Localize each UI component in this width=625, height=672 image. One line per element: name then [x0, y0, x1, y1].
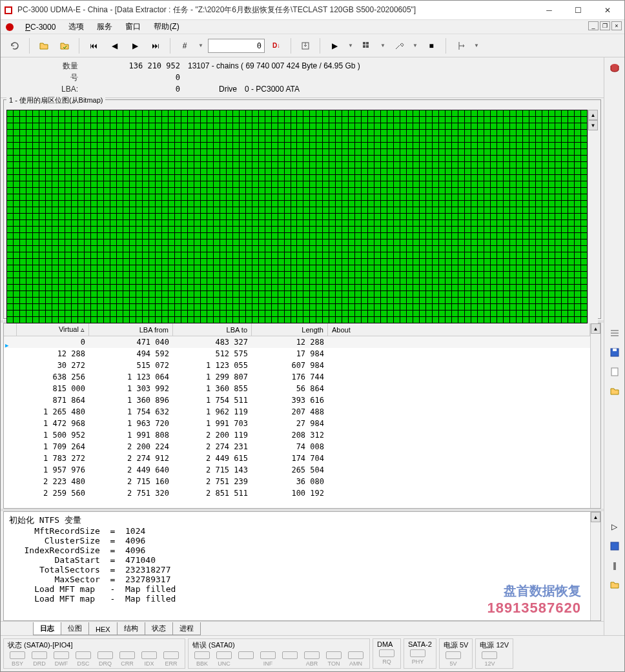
bitmap-cell[interactable]: [272, 272, 278, 278]
bitmap-cell[interactable]: [136, 175, 142, 181]
bitmap-cell[interactable]: [26, 162, 32, 168]
bitmap-cell[interactable]: [529, 207, 535, 213]
bitmap-cell[interactable]: [59, 317, 65, 323]
bitmap-cell[interactable]: [272, 110, 278, 116]
bitmap-cell[interactable]: [227, 291, 232, 297]
bitmap-cell[interactable]: [413, 117, 419, 123]
bitmap-cell[interactable]: [123, 168, 129, 174]
bitmap-cell[interactable]: [568, 311, 574, 316]
bitmap-cell[interactable]: [26, 220, 32, 226]
bitmap-cell[interactable]: [491, 252, 497, 258]
bitmap-cell[interactable]: [297, 227, 303, 232]
bitmap-cell[interactable]: [542, 214, 548, 219]
bitmap-cell[interactable]: [233, 227, 239, 232]
bitmap-cell[interactable]: [542, 136, 548, 142]
bitmap-cell[interactable]: [14, 246, 19, 252]
bitmap-cell[interactable]: [123, 214, 129, 219]
bitmap-cell[interactable]: [374, 175, 380, 181]
bitmap-cell[interactable]: [529, 239, 535, 245]
bitmap-cell[interactable]: [39, 227, 45, 232]
bitmap-cell[interactable]: [104, 285, 110, 290]
bitmap-cell[interactable]: [78, 181, 84, 187]
bitmap-cell[interactable]: [181, 156, 187, 161]
bitmap-cell[interactable]: [169, 214, 174, 219]
bitmap-cell[interactable]: [285, 304, 291, 310]
bitmap-cell[interactable]: [413, 130, 419, 136]
bitmap-cell[interactable]: [201, 291, 207, 297]
bitmap-cell[interactable]: [374, 110, 380, 116]
bitmap-cell[interactable]: [278, 214, 284, 219]
bitmap-cell[interactable]: [214, 259, 220, 265]
bitmap-cell[interactable]: [156, 252, 161, 258]
bitmap-cell[interactable]: [491, 291, 497, 297]
menu-app[interactable]: PC-3000: [20, 21, 61, 33]
bitmap-cell[interactable]: [413, 123, 419, 129]
bitmap-cell[interactable]: [175, 233, 181, 239]
bitmap-cell[interactable]: [207, 168, 213, 174]
bitmap-cell[interactable]: [504, 194, 509, 200]
bitmap-cell[interactable]: [374, 220, 380, 226]
bitmap-cell[interactable]: [188, 194, 194, 200]
bitmap-cell[interactable]: [568, 207, 574, 213]
bitmap-cell[interactable]: [39, 291, 45, 297]
bitmap-cell[interactable]: [387, 291, 393, 297]
bitmap-cell[interactable]: [110, 123, 116, 129]
bitmap-cell[interactable]: [536, 188, 542, 194]
bitmap-cell[interactable]: [387, 317, 393, 323]
bitmap-cell[interactable]: [355, 220, 361, 226]
bitmap-cell[interactable]: [355, 317, 361, 323]
bitmap-cell[interactable]: [7, 278, 13, 284]
bitmap-cell[interactable]: [72, 233, 77, 239]
tools-dropdown[interactable]: ▼: [411, 37, 420, 55]
bitmap-cell[interactable]: [542, 285, 548, 290]
bitmap-cell[interactable]: [446, 227, 451, 232]
bitmap-cell[interactable]: [39, 272, 45, 278]
bitmap-cell[interactable]: [72, 265, 77, 271]
bitmap-cell[interactable]: [233, 162, 239, 168]
bitmap-cell[interactable]: [265, 207, 271, 213]
bitmap-cell[interactable]: [433, 291, 438, 297]
bitmap-cell[interactable]: [227, 252, 232, 258]
bitmap-cell[interactable]: [7, 188, 13, 194]
bitmap-cell[interactable]: [156, 246, 161, 252]
bitmap-cell[interactable]: [259, 272, 265, 278]
bitmap-cell[interactable]: [78, 214, 84, 219]
bitmap-cell[interactable]: [446, 233, 451, 239]
bitmap-cell[interactable]: [65, 188, 71, 194]
bitmap-cell[interactable]: [303, 285, 309, 290]
menu-window[interactable]: 窗口: [120, 20, 146, 34]
bitmap-cell[interactable]: [529, 156, 535, 161]
bitmap-cell[interactable]: [562, 117, 568, 123]
bitmap-cell[interactable]: [39, 201, 45, 207]
bitmap-cell[interactable]: [407, 291, 413, 297]
bitmap-cell[interactable]: [143, 239, 149, 245]
col-lba-to[interactable]: LBA to: [173, 323, 252, 336]
bitmap-cell[interactable]: [291, 272, 297, 278]
bitmap-cell[interactable]: [523, 246, 529, 252]
bitmap-cell[interactable]: [310, 252, 316, 258]
bitmap-cell[interactable]: [227, 201, 232, 207]
bitmap-cell[interactable]: [265, 227, 271, 232]
bitmap-cell[interactable]: [465, 149, 471, 155]
bitmap-cell[interactable]: [439, 175, 445, 181]
bitmap-cell[interactable]: [549, 227, 555, 232]
bitmap-cell[interactable]: [420, 311, 425, 316]
bitmap-cell[interactable]: [323, 214, 329, 219]
bitmap-cell[interactable]: [59, 175, 65, 181]
bitmap-cell[interactable]: [413, 143, 419, 148]
bitmap-cell[interactable]: [78, 272, 84, 278]
bitmap-cell[interactable]: [214, 117, 220, 123]
bitmap-cell[interactable]: [233, 136, 239, 142]
bitmap-cell[interactable]: [303, 233, 309, 239]
bitmap-cell[interactable]: [458, 311, 464, 316]
bitmap-cell[interactable]: [342, 201, 348, 207]
bitmap-cell[interactable]: [143, 304, 149, 310]
bitmap-cell[interactable]: [497, 278, 503, 284]
bitmap-cell[interactable]: [52, 298, 58, 303]
bitmap-cell[interactable]: [201, 304, 207, 310]
mdi-minimize[interactable]: _: [588, 21, 599, 30]
bitmap-cell[interactable]: [387, 265, 393, 271]
bitmap-cell[interactable]: [491, 194, 497, 200]
bitmap-cell[interactable]: [78, 194, 84, 200]
bitmap-cell[interactable]: [510, 136, 516, 142]
